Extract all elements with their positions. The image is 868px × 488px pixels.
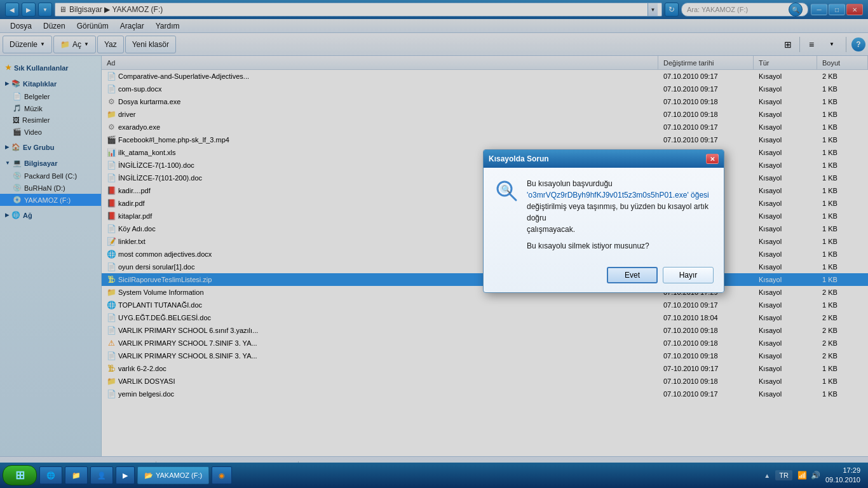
- tray-icons: 📶 🔊: [797, 471, 820, 480]
- taskbar-explorer-button[interactable]: 📁: [65, 466, 88, 484]
- windows-logo-icon: ⊞: [15, 468, 25, 482]
- dialog-line1: Bu kısayolun başvurduğu: [527, 178, 714, 189]
- dialog-line3: değiştirilmiş veya taşınmış, bu yüzden b…: [527, 201, 714, 224]
- dialog-title: Kısayolda Sorun: [489, 154, 549, 163]
- clock-time: 17:29: [825, 466, 860, 475]
- dialog-text: Bu kısayolun başvurduğu 'o3mrVQz9rDByh9h…: [527, 178, 714, 252]
- window-icon: 📂: [144, 471, 153, 480]
- svg-text:🔍: 🔍: [501, 184, 511, 194]
- dialog-line2: 'o3mrVQz9rDByh9hfKJ9v01t5z3m0s5hP01.exe'…: [527, 189, 714, 201]
- dialog-buttons: Evet Hayır: [484, 262, 724, 292]
- shortcut-problem-dialog: Kısayolda Sorun ✕ 🔍 Bu kısayolun başvurd…: [483, 149, 724, 293]
- explorer-icon: 📁: [72, 471, 81, 480]
- language-indicator: TR: [775, 470, 792, 480]
- clock: 17:29 09.10.2010: [825, 466, 860, 485]
- dialog-title-bar: Kısayolda Sorun ✕: [484, 150, 724, 168]
- rss-icon: ◉: [219, 471, 225, 480]
- svg-line-1: [510, 194, 516, 200]
- media-icon: ▶: [123, 471, 128, 480]
- dialog-search-icon: 🔍: [494, 178, 519, 203]
- taskbar-rss-button[interactable]: ◉: [212, 466, 232, 484]
- dialog-line4: çalışmayacak.: [527, 224, 714, 235]
- dialog-close-button[interactable]: ✕: [706, 154, 719, 164]
- taskbar: ⊞ 🌐 📁 👤 ▶ 📂 YAKAMOZ (F:) ◉ ▲ TR 📶 🔊 17:2…: [0, 463, 868, 488]
- tray-expand-icon[interactable]: ▲: [764, 472, 770, 479]
- user-icon: 👤: [97, 471, 106, 480]
- dialog-overlay: Kısayolda Sorun ✕ 🔍 Bu kısayolun başvurd…: [0, 0, 868, 488]
- taskbar-window-button[interactable]: 📂 YAKAMOZ (F:): [137, 466, 209, 484]
- taskbar-user-button[interactable]: 👤: [90, 466, 113, 484]
- volume-tray-icon: 🔊: [811, 471, 820, 480]
- dialog-body: 🔍 Bu kısayolun başvurduğu 'o3mrVQz9rDByh…: [484, 168, 724, 262]
- dialog-line6: Bu kısayolu silmek istiyor musunuz?: [527, 240, 714, 252]
- dialog-yes-button[interactable]: Evet: [607, 267, 658, 283]
- network-tray-icon: 📶: [797, 471, 807, 480]
- dialog-no-button[interactable]: Hayır: [663, 267, 714, 283]
- taskbar-media-button[interactable]: ▶: [116, 466, 135, 484]
- taskbar-right: ▲ TR 📶 🔊 17:29 09.10.2010: [764, 466, 865, 485]
- ie-icon: 🌐: [46, 471, 55, 480]
- window-label: YAKAMOZ (F:): [156, 471, 202, 479]
- start-button[interactable]: ⊞: [3, 465, 37, 485]
- taskbar-ie-button[interactable]: 🌐: [39, 466, 62, 484]
- clock-date: 09.10.2010: [825, 475, 860, 485]
